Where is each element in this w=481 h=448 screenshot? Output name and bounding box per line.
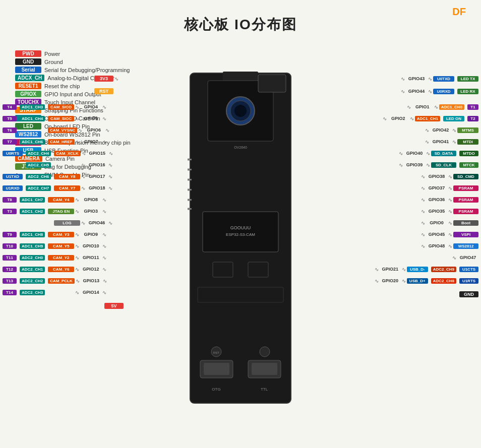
- label-u0rts: U0RTS: [3, 151, 23, 156]
- label-cam-sioc: CAM_SIOC: [48, 116, 74, 121]
- label-adc2ch0: ADC2_CH0: [20, 255, 45, 261]
- label-usb-dp: USB_D+: [407, 278, 428, 284]
- label-sd-data: SD_DATA: [431, 151, 456, 156]
- label-adc1ch2: ADC1_CH2: [20, 209, 45, 214]
- pin-row-gpio1: ∿ GPIO1 ∿ ADC1_CH0 T1: [375, 101, 478, 112]
- label-u0txd: U0TXD: [433, 76, 454, 82]
- svg-text:TTL: TTL: [261, 387, 268, 392]
- label-adc2ch9-r: ADC2_CH9: [431, 267, 456, 272]
- label-t2: T2: [467, 116, 478, 121]
- gpio20-label: GPIO20: [380, 278, 401, 283]
- gpio3-label: GPIO3: [80, 209, 101, 214]
- label-usb-dm: USB_D-: [407, 267, 428, 272]
- pin-row-gpio46: LOG ∿ GPIO46 ∿: [3, 217, 124, 228]
- label-3v3: 3V3: [94, 76, 113, 82]
- gpio18-label: GPIO18: [86, 185, 107, 190]
- label-cam-y8: CAM_Y8: [54, 174, 80, 179]
- label-cam-href: CAM_HREF: [48, 139, 74, 145]
- diagram-container: GOOUUU ESP32-S3-CAM OTG TTL RST OV2640: [0, 43, 481, 436]
- pin-row-gpio9: T9 ADC1_CH8 CAM_Y3 ∿ GPIO9 ∿: [3, 229, 124, 240]
- pin-row-gpio18: U1RXD ADC2_CH7 CAM_Y7 ∿ GPIO18 ∿: [3, 182, 124, 194]
- pin-row-gpio48: ∿ GPIO48 ∿ WS2812: [375, 240, 478, 251]
- pin-row-3v3: 3V3 ∿: [3, 73, 124, 84]
- label-cam-y4: CAM_Y4: [48, 197, 74, 203]
- label-adc2ch4: ADC2_CH4: [26, 151, 51, 156]
- gpio37-label: GPIO37: [426, 185, 447, 190]
- label-empty-adc6: [20, 130, 45, 131]
- label-cam-vysnc: CAM_VYSNC: [48, 127, 77, 133]
- pin-row-gpio12: T12 ADC2_CH1 CAM_Y6 ∿ GPIO12 ∿: [3, 264, 124, 275]
- label-u1txd: U1TXD: [3, 174, 23, 179]
- label-boot: Boot: [453, 220, 478, 226]
- label-t5: T5: [3, 116, 17, 121]
- pin-row-gpio7: T7 ADC1_CH6 CAM_HREF ∿ GPIO7 ∿: [3, 136, 124, 147]
- label-cam-y2: CAM_Y2: [48, 255, 74, 261]
- gpio5-label: GPIO5: [80, 116, 101, 121]
- df-logo: DF: [452, 6, 466, 18]
- label-u0rxd: U0RXD: [433, 89, 454, 94]
- label-cam-y6: CAM_Y6: [48, 267, 74, 272]
- gpio40-label: GPIO40: [404, 151, 425, 156]
- label-adc1ch7: ADC1_CH7: [20, 197, 45, 203]
- label-t8: T8: [3, 197, 17, 203]
- svg-rect-28: [188, 208, 192, 210]
- pin-row-gpio15: U0RTS ADC2_CH4 CAM_XCLK ∿ GPIO15 ∿: [3, 148, 124, 159]
- pin-row-gpio5: T5 ADC1_CH4 CAM_SIOC ∿ GPIO5 ∿: [3, 113, 124, 124]
- label-t10: T10: [3, 243, 17, 249]
- gpio12-label: GPIO12: [80, 267, 101, 272]
- pin-row-gpio45: ∿ GPIO45 ∿ VSPI: [375, 229, 478, 240]
- pin-row-rst: RST: [3, 86, 124, 97]
- label-t1: T1: [467, 104, 478, 110]
- left-pins-area: 3V3 ∿ RST T4 ADC1_CH3 CAM_SIOD ∿ GPIO4 ∿…: [3, 73, 124, 311]
- pin-row-gpio14: T14 ADC2_CH3 ∿ GPIO14 ∿: [3, 287, 124, 298]
- pin-row-gpio17: U1TXD ADC2_CH6 CAM_Y8 ∿ GPIO17 ∿: [3, 171, 124, 182]
- label-cam-xclk: CAM_XCLK: [54, 151, 80, 156]
- label-5v: 5V: [104, 303, 124, 309]
- label-gnd-r: GND: [459, 291, 478, 297]
- label-adc1ch3: ADC1_CH3: [20, 104, 45, 110]
- label-adc2ch7: ADC2_CH7: [26, 185, 51, 191]
- label-mtdo: MTDO: [459, 151, 478, 156]
- label-sd-clk: SD_CLK: [431, 162, 456, 168]
- gpio4-label: GPIO4: [80, 104, 101, 109]
- gpio15-label: GPIO15: [87, 151, 108, 156]
- pin-row-gpio43: ∿ GPIO43 ∿ U0TXD LED TX: [375, 73, 478, 84]
- svg-rect-27: [188, 199, 192, 201]
- pin-row-gpio8: T8 ADC1_CH7 CAM_Y4 ∿ GPIO8 ∿: [3, 194, 124, 205]
- svg-rect-10: [213, 262, 233, 277]
- label-cam-y3: CAM_Y3: [48, 232, 74, 237]
- svg-rect-6: [258, 75, 286, 92]
- svg-point-5: [234, 105, 247, 117]
- label-t12: T12: [3, 267, 17, 272]
- pin-row-gpio35: ∿ GPIO35 ∿ PSRAM: [375, 206, 478, 217]
- pin-row-gpio39: ∿ GPIO39 ∿ SD_CLK MTCK: [375, 159, 478, 170]
- label-u1rts: U1RTS: [459, 278, 478, 284]
- label-adc1ch4: ADC1_CH4: [20, 116, 45, 121]
- gpio1-label: GPIO1: [412, 104, 433, 109]
- gpio42-label: GPIO42: [430, 127, 451, 133]
- label-u1cts: U1CTS: [459, 267, 478, 272]
- gpio43-label: GPIO43: [406, 76, 427, 81]
- label-t11: T11: [3, 255, 17, 261]
- svg-rect-25: [188, 179, 192, 180]
- pin-row-gpio42: ∿ GPIO42 ∿ MTMS: [375, 124, 478, 136]
- gpio10-label: GPIO10: [80, 243, 101, 248]
- gpio46-label: GPIO46: [86, 220, 107, 225]
- pin-row-gpio13: T13 ADC2_CH2 CAM_PCLK ∿ GPIO13 ∿: [3, 275, 124, 286]
- gpio35-label: GPIO35: [426, 209, 447, 214]
- label-led-rx: LED RX: [457, 89, 478, 94]
- label-cam-siod: CAM_SIOD: [48, 104, 74, 110]
- label-adc2ch6: ADC2_CH6: [26, 174, 51, 179]
- gpio17-label: GPIO17: [86, 174, 107, 179]
- label-psram37: PSRAM: [453, 185, 478, 191]
- svg-text:GOOUUU: GOOUUU: [230, 225, 251, 230]
- pin-row-gpio0: ∿ GPIO0 ∿ Boot: [375, 217, 478, 228]
- pin-row-gpio41: ∿ GPIO41 ∿ MTDI: [375, 136, 478, 147]
- gpio16-label: GPIO16: [86, 162, 107, 167]
- svg-rect-15: [252, 363, 277, 375]
- page-title: 核心板 IO分布图: [0, 0, 481, 34]
- label-t13: T13: [3, 278, 17, 284]
- label-mtck: MTCK: [459, 162, 478, 168]
- pin-row-gpio20: ∿ GPIO20 ∿ USB_D+ ADC2_CH8 U1RTS: [375, 275, 478, 286]
- svg-text:OTG: OTG: [212, 387, 220, 392]
